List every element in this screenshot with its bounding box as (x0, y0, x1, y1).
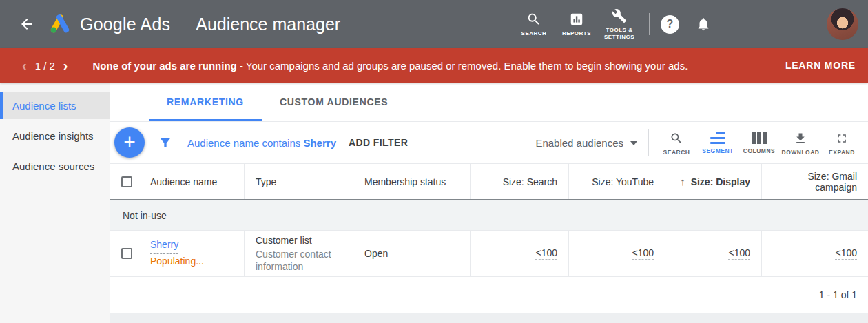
name-block: Sherry Populating... (150, 238, 204, 269)
column-header-size-gmail-campaign[interactable]: Size: Gmail campaign (762, 164, 868, 199)
group-label: Not in-use (123, 210, 167, 221)
table-row: Sherry Populating... Customer list Custo… (110, 231, 868, 277)
column-header-size-display[interactable]: Size: Display (665, 164, 762, 199)
columns-icon (752, 132, 767, 144)
wrench-icon (612, 8, 627, 23)
product-name: Google Ads (80, 14, 170, 34)
enabled-audiences-label: Enabled audiences (535, 137, 623, 149)
toolbar-divider (648, 129, 649, 156)
download-icon (794, 132, 807, 145)
banner-pager: 1 / 2 (18, 59, 72, 72)
tab-custom-audiences[interactable]: CUSTOM AUDIENCES (262, 83, 406, 121)
notification-banner: 1 / 2 None of your ads are running - You… (0, 48, 868, 83)
tab-bar: REMARKETING CUSTOM AUDIENCES (110, 83, 868, 122)
pager-next-icon[interactable] (59, 59, 72, 72)
populating-status: Populating... (150, 254, 204, 269)
sidebar-item-audience-insights[interactable]: Audience insights (0, 122, 110, 149)
add-audience-button[interactable] (114, 127, 145, 158)
column-header-type[interactable]: Type (245, 164, 353, 199)
column-label: Type (256, 176, 276, 187)
toolbar-search-button[interactable]: SEARCH (656, 130, 697, 156)
banner-message-bold: None of your ads are running (93, 60, 237, 72)
sidebar: Audience lists Audience insights Audienc… (0, 83, 110, 323)
sidebar-item-audience-lists[interactable]: Audience lists (0, 92, 110, 119)
toolbar-right: Enabled audiences SEARCH SEGMENT C (535, 129, 862, 156)
search-icon (670, 132, 683, 145)
nav-search-button[interactable]: SEARCH (513, 12, 555, 37)
filter-button[interactable] (158, 136, 172, 149)
size-display-value: <100 (728, 247, 750, 260)
back-arrow-icon (19, 16, 35, 32)
toolbar-search-label: SEARCH (663, 149, 690, 156)
table-footer: 1 - 1 of 1 (110, 277, 868, 313)
select-all-checkbox[interactable] (121, 176, 132, 187)
bell-icon (696, 17, 711, 32)
column-label: Audience name (150, 176, 217, 187)
membership-status-value: Open (364, 248, 388, 259)
expand-icon (835, 132, 849, 145)
google-ads-logo[interactable]: Google Ads (47, 11, 170, 37)
column-header-size-search[interactable]: Size: Search (471, 164, 569, 199)
table-header: Audience name Type Membership status Siz… (110, 164, 868, 200)
column-label: Size: YouTube (592, 176, 654, 187)
content-area: Audience lists Audience insights Audienc… (0, 83, 868, 323)
google-ads-app: Google Ads Audience manager SEARCH REPOR… (0, 0, 868, 323)
toolbar-download-label: DOWNLOAD (782, 149, 820, 156)
toolbar-segment-button[interactable]: SEGMENT (697, 131, 738, 154)
nav-reports-label: REPORTS (557, 30, 596, 37)
banner-message: None of your ads are running - Your camp… (93, 60, 688, 72)
toolbar-columns-label: COLUMNS (743, 147, 775, 154)
table-group-row: Not in-use (110, 200, 868, 231)
back-button[interactable] (15, 12, 39, 36)
chevron-down-icon (630, 141, 637, 145)
notifications-button[interactable] (696, 17, 711, 32)
nav-search-label: SEARCH (515, 30, 553, 37)
toolbar-columns-button[interactable]: COLUMNS (738, 131, 780, 154)
bottom-strip (110, 313, 868, 323)
search-icon (526, 12, 541, 27)
top-bar: Google Ads Audience manager SEARCH REPOR… (0, 0, 868, 48)
audience-name-link[interactable]: Sherry (150, 238, 178, 254)
nav-tools-settings-button[interactable]: TOOLS & SETTINGS (598, 8, 641, 41)
sidebar-item-label: Audience insights (12, 130, 94, 142)
page-title: Audience manager (196, 14, 340, 34)
learn-more-link[interactable]: LEARN MORE (785, 60, 857, 71)
nav-reports-button[interactable]: REPORTS (555, 12, 598, 37)
size-gmail-value: <100 (835, 247, 857, 260)
column-header-audience-name[interactable]: Audience name (110, 164, 245, 199)
help-button[interactable] (661, 15, 679, 34)
size-youtube-value: <100 (632, 247, 654, 260)
google-ads-logo-icon (47, 11, 73, 37)
column-label: Size: Gmail campaign (773, 171, 857, 193)
row-checkbox[interactable] (121, 248, 132, 259)
enabled-audiences-dropdown[interactable]: Enabled audiences (535, 137, 637, 149)
cell-size-youtube: <100 (569, 231, 665, 276)
pager-count: 1 / 2 (35, 60, 55, 72)
column-header-size-youtube[interactable]: Size: YouTube (569, 164, 665, 199)
avatar[interactable] (827, 8, 858, 40)
cell-membership-status: Open (353, 231, 471, 276)
cell-size-search: <100 (471, 231, 569, 276)
topbar-icon-divider (649, 13, 650, 35)
reports-icon (569, 12, 584, 27)
add-filter-button[interactable]: ADD FILTER (349, 137, 408, 148)
active-filter-chip[interactable]: Audience name contains Sherry (187, 137, 336, 149)
toolbar-expand-button[interactable]: EXPAND (821, 130, 862, 156)
pager-previous-icon[interactable] (18, 59, 31, 72)
title-divider (183, 12, 183, 36)
size-search-value: <100 (535, 247, 557, 260)
toolbar-download-button[interactable]: DOWNLOAD (780, 130, 821, 156)
filter-chip-value: Sherry (303, 137, 336, 149)
banner-message-rest: - Your campaigns and ad groups are pause… (237, 60, 688, 72)
column-header-membership-status[interactable]: Membership status (353, 164, 471, 199)
type-block: Customer list Customer contact informati… (256, 234, 342, 273)
sidebar-item-audience-sources[interactable]: Audience sources (0, 152, 110, 180)
filter-funnel-icon (158, 136, 172, 149)
topbar-actions: SEARCH REPORTS TOOLS & SETTINGS (513, 8, 868, 41)
nav-tools-settings-label: TOOLS & SETTINGS (600, 27, 639, 41)
sidebar-item-label: Audience lists (12, 100, 76, 112)
segment-icon (710, 132, 725, 144)
table-toolbar: Audience name contains Sherry ADD FILTER… (110, 122, 868, 164)
cell-type: Customer list Customer contact informati… (245, 231, 353, 276)
tab-remarketing[interactable]: REMARKETING (149, 83, 262, 121)
